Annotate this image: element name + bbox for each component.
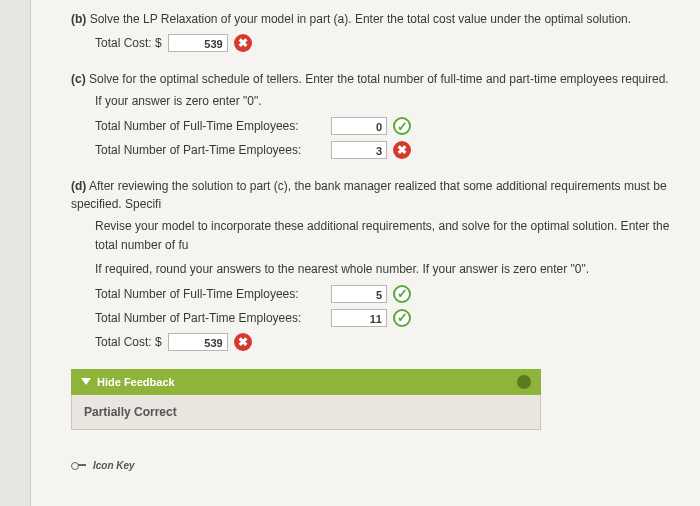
part-c-zero-note: If your answer is zero enter "0". [95,92,680,111]
part-d-round-note: If required, round your answers to the n… [95,260,680,279]
part-d-ft-row: Total Number of Full-Time Employees: 5 ✓ [95,285,680,303]
part-b: (b) Solve the LP Relaxation of your mode… [71,10,680,52]
feedback-header-label: Hide Feedback [97,376,175,388]
question-page: (b) Solve the LP Relaxation of your mode… [30,0,700,506]
pin-icon[interactable] [517,375,531,389]
total-cost-input[interactable]: 539 [168,333,228,351]
part-d-text: After reviewing the solution to part (c)… [71,179,667,211]
feedback-body: Partially Correct [71,395,541,430]
pt-label: Total Number of Part-Time Employees: [95,143,325,157]
ft-input[interactable]: 0 [331,117,387,135]
part-d: (d) After reviewing the solution to part… [71,177,680,351]
correct-icon: ✓ [393,309,411,327]
ft-input[interactable]: 5 [331,285,387,303]
part-d-text2: Revise your model to incorporate these a… [95,217,680,255]
part-b-label: (b) [71,12,86,26]
wrong-icon: ✖ [393,141,411,159]
correct-icon: ✓ [393,117,411,135]
part-b-total-cost-row: Total Cost: $ 539 ✖ [95,34,680,52]
correct-icon: ✓ [393,285,411,303]
part-c-pt-row: Total Number of Part-Time Employees: 3 ✖ [95,141,680,159]
chevron-down-icon [81,378,91,385]
part-d-pt-row: Total Number of Part-Time Employees: 11 … [95,309,680,327]
pt-input[interactable]: 3 [331,141,387,159]
pt-label: Total Number of Part-Time Employees: [95,311,325,325]
total-cost-label: Total Cost: $ [95,335,162,349]
wrong-icon: ✖ [234,34,252,52]
part-c-label: (c) [71,72,86,86]
wrong-icon: ✖ [234,333,252,351]
part-d-label: (d) [71,179,86,193]
ft-label: Total Number of Full-Time Employees: [95,287,325,301]
part-c-text: Solve for the optimal schedule of teller… [89,72,669,86]
pt-input[interactable]: 11 [331,309,387,327]
icon-key-link[interactable]: Icon Key [71,460,680,471]
total-cost-label: Total Cost: $ [95,36,162,50]
part-c-ft-row: Total Number of Full-Time Employees: 0 ✓ [95,117,680,135]
part-b-text: Solve the LP Relaxation of your model in… [90,12,631,26]
feedback-panel: Hide Feedback Partially Correct [71,369,541,430]
key-icon [71,461,87,469]
feedback-header[interactable]: Hide Feedback [71,369,541,395]
icon-key-label: Icon Key [93,460,135,471]
part-c: (c) Solve for the optimal schedule of te… [71,70,680,159]
part-d-total-cost-row: Total Cost: $ 539 ✖ [95,333,680,351]
ft-label: Total Number of Full-Time Employees: [95,119,325,133]
total-cost-input[interactable]: 539 [168,34,228,52]
